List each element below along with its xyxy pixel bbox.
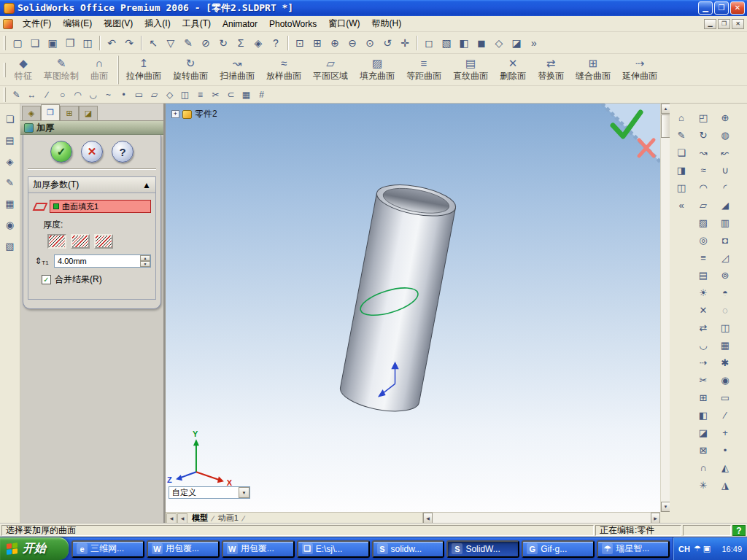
rib-icon[interactable]: ▥ (716, 214, 734, 230)
extrude-boss-icon[interactable]: ⊕ (716, 109, 734, 125)
collapse-arrow-icon[interactable]: ▲ (142, 180, 151, 190)
tab-scroll-right-button[interactable]: ◀ (177, 513, 187, 524)
animation-tab[interactable]: 动画1 (214, 513, 243, 524)
instant3d-icon[interactable]: ◮ (716, 477, 734, 493)
thicken-side2-button[interactable] (94, 234, 113, 249)
sketch-icon[interactable]: ✎ (179, 34, 197, 52)
scroll-left-button[interactable]: ◀ (423, 513, 433, 524)
convert-entities-icon[interactable]: ⊂ (223, 88, 239, 102)
edit-color-icon[interactable]: ◈ (249, 34, 267, 52)
linear-pattern-icon[interactable]: ▦ (716, 337, 734, 353)
addins-tab[interactable]: ◪ (79, 106, 98, 120)
circle-icon[interactable]: ○ (55, 88, 70, 102)
planar-surface-button[interactable]: ▱ 平面区域 (307, 55, 354, 85)
start-button[interactable]: 开始 (0, 537, 69, 560)
sketch-button[interactable]: ✎ 草图绘制 (38, 55, 85, 85)
mid-surface-icon[interactable]: ∩ (694, 459, 712, 475)
hole-wizard-icon[interactable]: ⊚ (716, 267, 734, 283)
document-icon[interactable]: ❏ (673, 144, 690, 160)
task-gif-editor[interactable]: G Gif·g... (522, 540, 595, 558)
filled-surface-icon[interactable]: ▨ (694, 214, 712, 230)
parting-surface-icon[interactable]: ✳ (694, 477, 712, 493)
draft-icon[interactable]: ◿ (716, 249, 734, 265)
parallelogram-icon[interactable]: ▱ (147, 88, 162, 102)
menu-item[interactable]: 窗口(W) (322, 15, 365, 32)
toolbar-grip[interactable] (4, 36, 6, 50)
extend-surface-icon[interactable]: ⇢ (694, 354, 712, 370)
viewport-horizontal-scrollbar[interactable]: ◀ ▶ (422, 513, 660, 524)
lofted-surface-icon[interactable]: ≈ (694, 162, 712, 178)
spline-icon[interactable]: ~ (101, 88, 116, 102)
language-indicator[interactable]: CH (678, 545, 690, 553)
menu-item[interactable]: 帮助(H) (365, 15, 407, 32)
radiate-surface-icon[interactable]: ☀ (694, 284, 712, 300)
doc-close-button[interactable]: ✕ (732, 19, 744, 29)
mirror-entities-icon[interactable]: ◫ (177, 88, 193, 102)
sketch-entities-icon[interactable]: ✎ (2, 174, 18, 190)
cylinder-body[interactable] (338, 193, 456, 417)
dimension-icon[interactable]: ⊘ (197, 34, 214, 52)
equations-icon[interactable]: Σ (232, 34, 249, 52)
task-solidworks-1[interactable]: S solidw... (372, 540, 445, 558)
task-explorer[interactable]: ❏ E:\sj\... (297, 540, 370, 558)
grid-tool-icon[interactable]: ▦ (2, 195, 18, 211)
extruded-surface-icon[interactable]: ◰ (694, 109, 712, 125)
document-tool-icon[interactable]: ❏ (2, 111, 18, 127)
extruded-surface-button[interactable]: ↥ 拉伸曲面 (118, 55, 167, 85)
polygon-icon[interactable]: ◇ (162, 88, 177, 102)
help-button[interactable]: ? (112, 141, 133, 163)
thicken-side1-button[interactable] (47, 234, 66, 249)
toolbar-grip[interactable] (4, 88, 6, 102)
fillet-icon[interactable]: ◜ (716, 179, 734, 195)
offset-surface-icon[interactable]: ≡ (694, 249, 712, 265)
menu-item[interactable]: Animator (217, 17, 263, 31)
split-line-icon[interactable]: ◭ (716, 459, 734, 475)
featuremanager-tab[interactable]: ◈ (22, 106, 41, 120)
cut-with-surface-icon[interactable]: ⊠ (694, 442, 712, 458)
display-style-icon[interactable]: ◫ (673, 179, 690, 195)
curve-pattern-icon[interactable]: ◉ (716, 372, 734, 388)
status-help-button[interactable]: ? (732, 525, 746, 536)
wrap-icon[interactable]: ◌ (716, 302, 734, 318)
menu-item[interactable]: 编辑(E) (57, 15, 98, 32)
selection-filter-icon[interactable]: ▽ (162, 34, 179, 52)
undo-icon[interactable]: ↶ (103, 34, 120, 52)
revolved-surface-button[interactable]: ↻ 旋转曲面 (167, 55, 214, 85)
grid-icon[interactable]: # (254, 88, 269, 102)
scroll-right-button[interactable]: ▶ (651, 513, 660, 524)
restore-button[interactable]: ❐ (714, 1, 729, 15)
untrim-surface-icon[interactable]: ◡ (694, 337, 712, 353)
help-icon[interactable]: ? (267, 34, 285, 52)
shaded-with-edges-icon[interactable]: ◧ (455, 34, 473, 52)
doc-restore-button[interactable]: ❐ (718, 19, 730, 29)
cancel-button[interactable]: ✕ (81, 141, 103, 163)
zoom-fit-icon[interactable]: ⊡ (291, 34, 309, 52)
coordinate-system-icon[interactable]: + (716, 424, 734, 440)
view-orientation-icon[interactable]: ⌂ (673, 109, 690, 125)
menu-item[interactable]: PhotoWorks (263, 17, 322, 31)
chamfer-icon[interactable]: ◢ (716, 197, 734, 213)
revolve-boss-icon[interactable]: ◍ (716, 127, 734, 143)
viewport-vertical-scrollbar[interactable]: ▲ ▼ (660, 104, 670, 512)
reference-axis-icon[interactable]: ∕ (716, 407, 734, 423)
reference-point-icon[interactable]: • (716, 442, 734, 458)
surfaces-button[interactable]: ∩ 曲面 (85, 55, 114, 85)
planar-surface-icon[interactable]: ▱ (694, 197, 712, 213)
tangent-arc-icon[interactable]: ◡ (85, 88, 101, 102)
zoom-selection-icon[interactable]: ⊙ (361, 34, 379, 52)
doc-minimize-button[interactable]: ▁ (704, 19, 716, 29)
tab-scroll-left-button[interactable]: ◀ (166, 513, 177, 524)
thicken-both-sides-button[interactable] (71, 234, 90, 249)
task-doc-2[interactable]: W 用包覆... (222, 540, 295, 558)
propertymanager-tab[interactable]: ❐ (41, 104, 60, 120)
view-combo-dropdown-icon[interactable]: ▼ (239, 487, 249, 498)
configurationmanager-tab[interactable]: ⊞ (60, 106, 79, 120)
loft-boss-icon[interactable]: ∪ (716, 162, 734, 178)
offset-entities-icon[interactable]: ≡ (193, 88, 208, 102)
feature-tree-node[interactable]: + 零件2 (171, 108, 217, 120)
zoom-area-icon[interactable]: ⊞ (309, 34, 326, 52)
lofted-surface-button[interactable]: ≈ 放样曲面 (260, 55, 307, 85)
open-icon[interactable]: ❏ (26, 34, 44, 52)
minimize-button[interactable]: ▁ (698, 1, 713, 15)
knit-surface-button[interactable]: ⊞ 缝合曲面 (570, 55, 616, 85)
